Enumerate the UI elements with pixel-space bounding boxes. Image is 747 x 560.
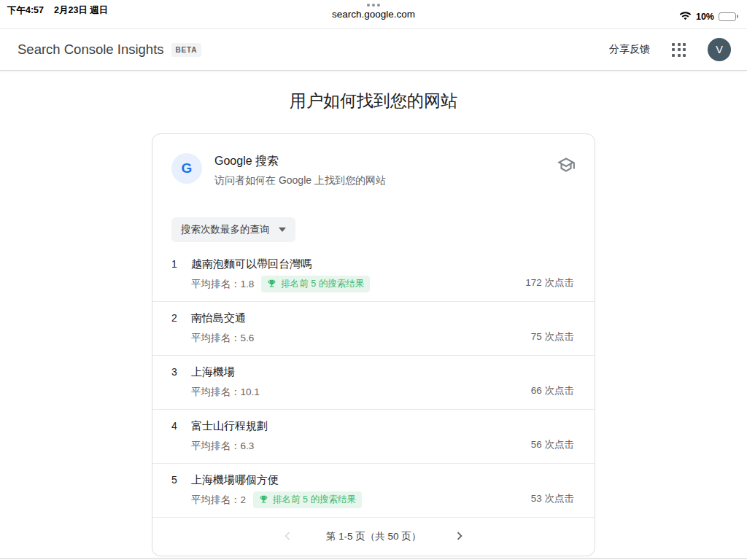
query-text: 富士山行程規劃 [191,419,268,432]
row-rank: 2 [171,311,191,346]
trophy-icon [259,494,268,506]
clicks-count: 75 次点击 [531,330,574,343]
next-page-button[interactable] [449,525,471,549]
clicks-count: 53 次点击 [531,492,574,505]
avg-rank: 平均排名：10.1 [191,386,260,399]
pagination: 第 1-5 页（共 50 页） [152,518,595,556]
query-list: 1 越南泡麵可以帶回台灣嗎 平均排名：1.8 排名前 5 的搜索结果 172 次… [152,248,595,518]
row-rank: 1 [171,257,191,292]
query-text: 南怡島交通 [191,311,246,324]
status-bar: 下午4:57 2月23日 週日 search.google.com 10% [0,0,747,29]
top5-badge: 排名前 5 的搜索结果 [261,276,370,292]
status-date: 2月23日 週日 [54,4,108,28]
app-header: Search Console Insights BETA 分享反馈 V [0,29,747,71]
page-title: 用户如何找到您的网站 [0,90,747,112]
row-rank: 5 [171,472,191,508]
share-feedback-button[interactable]: 分享反馈 [609,43,650,56]
query-row[interactable]: 4 富士山行程規劃 平均排名：6.3 56 次点击 [152,410,595,464]
badge-label: 排名前 5 的搜索结果 [273,494,356,506]
account-avatar[interactable]: V [708,38,731,61]
avg-rank: 平均排名：1.8 [191,278,254,291]
page-info: 第 1-5 页（共 50 页） [326,530,422,543]
google-apps-button[interactable] [669,40,689,60]
avg-rank: 平均排名：2 [191,494,246,507]
card-title: Google 搜索 [214,154,386,169]
filter-label: 搜索次数最多的查询 [181,223,270,236]
battery-percent: 10% [696,12,714,22]
app-title: Search Console Insights [18,42,164,58]
google-search-card: G Google 搜索 访问者如何在 Google 上找到您的网站 搜索次数最多… [152,133,595,556]
chevron-left-icon [279,528,295,546]
query-row[interactable]: 2 南怡島交通 平均排名：5.6 75 次点击 [152,302,595,356]
row-rank: 3 [171,365,191,400]
beta-badge: BETA [171,43,202,57]
clicks-count: 172 次点击 [525,276,574,289]
clicks-count: 56 次点击 [531,438,574,451]
battery-icon [719,12,738,21]
query-filter-dropdown[interactable]: 搜索次数最多的查询 [171,217,295,242]
avg-rank: 平均排名：6.3 [191,440,254,453]
card-header: G Google 搜索 访问者如何在 Google 上找到您的网站 [152,134,595,187]
learn-more-button[interactable] [557,155,576,176]
main-content: 用户如何找到您的网站 G Google 搜索 访问者如何在 Google 上找到… [0,71,747,556]
google-apps-grid-icon [672,43,686,57]
top5-badge: 排名前 5 的搜索结果 [253,491,362,508]
chevron-right-icon [452,528,468,546]
query-text: 上海機場哪個方便 [191,473,279,486]
learn-school-icon [557,166,576,176]
avg-rank: 平均排名：5.6 [191,332,254,345]
url-text[interactable]: search.google.com [332,9,415,20]
query-text: 越南泡麵可以帶回台灣嗎 [191,257,311,270]
tab-options-dots-icon[interactable] [367,4,380,7]
trophy-icon [267,279,276,290]
clicks-count: 66 次点击 [531,384,574,397]
query-row[interactable]: 5 上海機場哪個方便 平均排名：2 排名前 5 的搜索结果 53 次点击 [152,464,595,518]
browser-address[interactable]: search.google.com [332,4,415,20]
query-row[interactable]: 3 上海機場 平均排名：10.1 66 次点击 [152,356,595,410]
query-text: 上海機場 [191,365,235,378]
badge-label: 排名前 5 的搜索结果 [281,278,364,290]
card-subtitle: 访问者如何在 Google 上找到您的网站 [214,174,386,187]
google-logo-icon: G [171,153,202,184]
query-row[interactable]: 1 越南泡麵可以帶回台灣嗎 平均排名：1.8 排名前 5 的搜索结果 172 次… [152,248,595,302]
row-rank: 4 [171,419,191,454]
status-time: 下午4:57 [7,4,44,28]
wifi-icon [679,11,692,23]
previous-page-button[interactable] [276,525,298,549]
dropdown-caret-icon [279,228,286,232]
